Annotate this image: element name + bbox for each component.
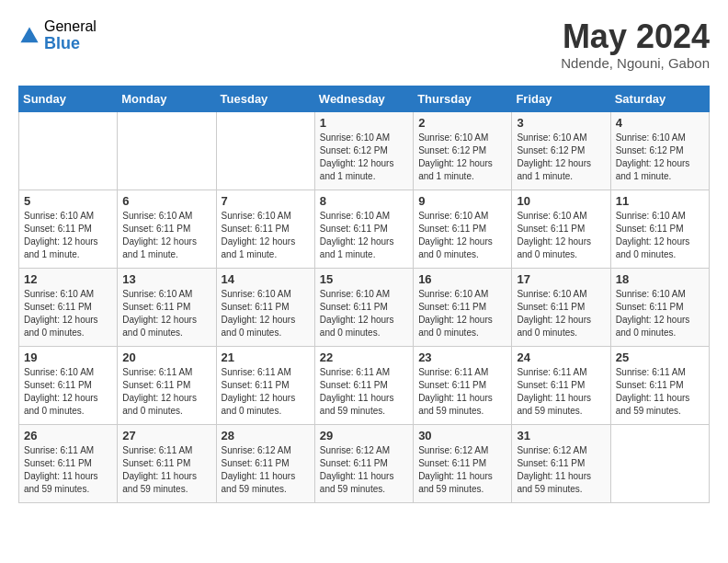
day-cell: 16Sunrise: 6:10 AM Sunset: 6:11 PM Dayli…	[414, 268, 512, 346]
day-info: Sunrise: 6:12 AM Sunset: 6:11 PM Dayligh…	[517, 444, 605, 496]
weekday-header-friday: Friday	[512, 86, 610, 111]
day-info: Sunrise: 6:10 AM Sunset: 6:12 PM Dayligh…	[320, 132, 408, 183]
logo-blue: Blue	[44, 35, 97, 53]
day-cell: 12Sunrise: 6:10 AM Sunset: 6:11 PM Dayli…	[19, 268, 118, 346]
day-number: 27	[122, 429, 210, 442]
day-cell: 30Sunrise: 6:12 AM Sunset: 6:11 PM Dayli…	[414, 424, 512, 502]
weekday-header-saturday: Saturday	[610, 86, 709, 111]
day-info: Sunrise: 6:10 AM Sunset: 6:11 PM Dayligh…	[122, 288, 210, 339]
weekday-header-tuesday: Tuesday	[216, 86, 314, 111]
day-cell: 24Sunrise: 6:11 AM Sunset: 6:11 PM Dayli…	[512, 346, 610, 424]
weekday-header-row: SundayMondayTuesdayWednesdayThursdayFrid…	[19, 86, 710, 111]
week-row-4: 19Sunrise: 6:10 AM Sunset: 6:11 PM Dayli…	[19, 346, 710, 424]
day-number: 15	[320, 272, 408, 286]
day-info: Sunrise: 6:11 AM Sunset: 6:11 PM Dayligh…	[320, 366, 408, 418]
month-title: May 2024	[561, 18, 710, 55]
day-info: Sunrise: 6:11 AM Sunset: 6:11 PM Dayligh…	[616, 366, 704, 418]
day-info: Sunrise: 6:10 AM Sunset: 6:11 PM Dayligh…	[24, 288, 112, 339]
svg-marker-0	[20, 27, 38, 42]
day-info: Sunrise: 6:10 AM Sunset: 6:11 PM Dayligh…	[418, 210, 506, 261]
day-info: Sunrise: 6:11 AM Sunset: 6:11 PM Dayligh…	[122, 444, 210, 496]
week-row-2: 5Sunrise: 6:10 AM Sunset: 6:11 PM Daylig…	[19, 190, 710, 268]
day-number: 24	[517, 350, 605, 364]
day-number: 30	[418, 429, 506, 442]
day-number: 10	[517, 194, 605, 208]
weekday-header-sunday: Sunday	[19, 86, 118, 111]
day-cell: 27Sunrise: 6:11 AM Sunset: 6:11 PM Dayli…	[118, 424, 216, 502]
day-number: 28	[222, 429, 310, 442]
day-info: Sunrise: 6:12 AM Sunset: 6:11 PM Dayligh…	[222, 444, 310, 496]
day-cell	[610, 424, 709, 502]
day-info: Sunrise: 6:10 AM Sunset: 6:12 PM Dayligh…	[616, 132, 704, 183]
day-info: Sunrise: 6:10 AM Sunset: 6:11 PM Dayligh…	[24, 210, 112, 261]
day-info: Sunrise: 6:10 AM Sunset: 6:11 PM Dayligh…	[122, 210, 210, 261]
day-cell: 31Sunrise: 6:12 AM Sunset: 6:11 PM Dayli…	[512, 424, 610, 502]
week-row-5: 26Sunrise: 6:11 AM Sunset: 6:11 PM Dayli…	[19, 424, 710, 502]
day-cell: 11Sunrise: 6:10 AM Sunset: 6:11 PM Dayli…	[610, 190, 709, 268]
day-cell: 23Sunrise: 6:11 AM Sunset: 6:11 PM Dayli…	[414, 346, 512, 424]
day-info: Sunrise: 6:10 AM Sunset: 6:11 PM Dayligh…	[320, 288, 408, 339]
day-info: Sunrise: 6:10 AM Sunset: 6:12 PM Dayligh…	[517, 132, 605, 183]
day-cell: 19Sunrise: 6:10 AM Sunset: 6:11 PM Dayli…	[19, 346, 118, 424]
day-cell: 3Sunrise: 6:10 AM Sunset: 6:12 PM Daylig…	[512, 111, 610, 190]
day-cell	[118, 111, 216, 190]
day-cell: 5Sunrise: 6:10 AM Sunset: 6:11 PM Daylig…	[19, 190, 118, 268]
day-info: Sunrise: 6:10 AM Sunset: 6:11 PM Dayligh…	[320, 210, 408, 261]
weekday-header-wednesday: Wednesday	[314, 86, 413, 111]
day-info: Sunrise: 6:10 AM Sunset: 6:11 PM Dayligh…	[24, 366, 112, 418]
day-number: 8	[320, 194, 408, 208]
day-cell: 2Sunrise: 6:10 AM Sunset: 6:12 PM Daylig…	[414, 111, 512, 190]
day-info: Sunrise: 6:12 AM Sunset: 6:11 PM Dayligh…	[418, 444, 506, 496]
week-row-3: 12Sunrise: 6:10 AM Sunset: 6:11 PM Dayli…	[19, 268, 710, 346]
title-block: May 2024 Ndende, Ngouni, Gabon	[561, 18, 710, 71]
location: Ndende, Ngouni, Gabon	[561, 55, 710, 71]
day-cell: 28Sunrise: 6:12 AM Sunset: 6:11 PM Dayli…	[216, 424, 314, 502]
day-number: 2	[418, 116, 506, 130]
day-info: Sunrise: 6:10 AM Sunset: 6:12 PM Dayligh…	[418, 132, 506, 183]
day-cell: 26Sunrise: 6:11 AM Sunset: 6:11 PM Dayli…	[19, 424, 118, 502]
day-cell: 9Sunrise: 6:10 AM Sunset: 6:11 PM Daylig…	[414, 190, 512, 268]
logo-text: General Blue	[44, 18, 97, 52]
day-number: 18	[616, 272, 704, 286]
calendar-table: SundayMondayTuesdayWednesdayThursdayFrid…	[18, 86, 710, 503]
day-cell	[216, 111, 314, 190]
day-number: 21	[222, 350, 310, 364]
day-number: 13	[122, 272, 210, 286]
day-number: 6	[122, 194, 210, 208]
day-number: 22	[320, 350, 408, 364]
day-info: Sunrise: 6:10 AM Sunset: 6:11 PM Dayligh…	[616, 210, 704, 261]
day-cell: 22Sunrise: 6:11 AM Sunset: 6:11 PM Dayli…	[314, 346, 413, 424]
logo: General Blue	[18, 18, 97, 52]
day-number: 23	[418, 350, 506, 364]
day-cell: 14Sunrise: 6:10 AM Sunset: 6:11 PM Dayli…	[216, 268, 314, 346]
day-info: Sunrise: 6:12 AM Sunset: 6:11 PM Dayligh…	[320, 444, 408, 496]
day-number: 20	[122, 350, 210, 364]
weekday-header-monday: Monday	[118, 86, 216, 111]
day-number: 16	[418, 272, 506, 286]
day-cell: 29Sunrise: 6:12 AM Sunset: 6:11 PM Dayli…	[314, 424, 413, 502]
day-info: Sunrise: 6:10 AM Sunset: 6:11 PM Dayligh…	[222, 288, 310, 339]
day-cell: 20Sunrise: 6:11 AM Sunset: 6:11 PM Dayli…	[118, 346, 216, 424]
day-number: 3	[517, 116, 605, 130]
day-cell: 8Sunrise: 6:10 AM Sunset: 6:11 PM Daylig…	[314, 190, 413, 268]
day-info: Sunrise: 6:11 AM Sunset: 6:11 PM Dayligh…	[517, 366, 605, 418]
day-cell: 15Sunrise: 6:10 AM Sunset: 6:11 PM Dayli…	[314, 268, 413, 346]
day-cell: 21Sunrise: 6:11 AM Sunset: 6:11 PM Dayli…	[216, 346, 314, 424]
day-number: 29	[320, 429, 408, 442]
page-header: General Blue May 2024 Ndende, Ngouni, Ga…	[18, 18, 710, 71]
day-number: 9	[418, 194, 506, 208]
day-info: Sunrise: 6:11 AM Sunset: 6:11 PM Dayligh…	[222, 366, 310, 418]
logo-icon	[18, 25, 40, 47]
day-info: Sunrise: 6:10 AM Sunset: 6:11 PM Dayligh…	[517, 210, 605, 261]
logo-general: General	[44, 18, 97, 35]
day-cell: 10Sunrise: 6:10 AM Sunset: 6:11 PM Dayli…	[512, 190, 610, 268]
day-cell: 17Sunrise: 6:10 AM Sunset: 6:11 PM Dayli…	[512, 268, 610, 346]
day-number: 25	[616, 350, 704, 364]
day-info: Sunrise: 6:10 AM Sunset: 6:11 PM Dayligh…	[222, 210, 310, 261]
weekday-header-thursday: Thursday	[414, 86, 512, 111]
day-info: Sunrise: 6:11 AM Sunset: 6:11 PM Dayligh…	[122, 366, 210, 418]
day-cell: 4Sunrise: 6:10 AM Sunset: 6:12 PM Daylig…	[610, 111, 709, 190]
day-number: 31	[517, 429, 605, 442]
day-number: 26	[24, 429, 112, 442]
day-info: Sunrise: 6:11 AM Sunset: 6:11 PM Dayligh…	[24, 444, 112, 496]
